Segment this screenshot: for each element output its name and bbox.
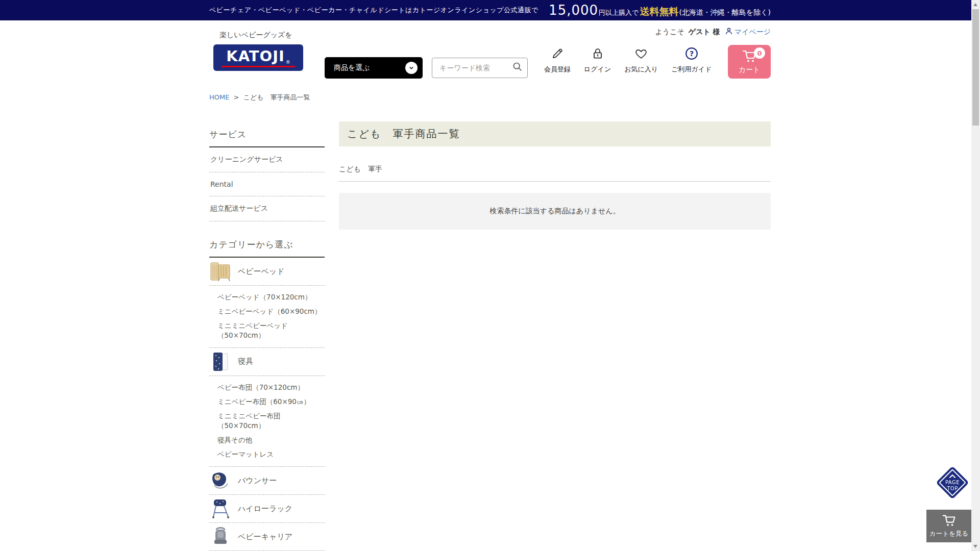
breadcrumb: HOME > こども 軍手商品一覧 xyxy=(209,93,771,102)
page-top-label-1: PAGE xyxy=(945,480,960,486)
free-shipping-banner: 15,000 円以上購入で 送料無料 (北海道・沖縄・離島を除く) xyxy=(549,3,771,18)
sidebar-category-high-low-rack[interactable]: ハイローラック xyxy=(209,495,325,523)
category-label: ベビーキャリア xyxy=(238,532,292,542)
scrollbar-down-arrow[interactable] xyxy=(973,545,977,548)
search-icon[interactable] xyxy=(512,61,523,74)
sidebar: サービス クリーニングサービス Rental 組立配送サービス カテゴリーから選… xyxy=(209,121,325,551)
guide-button[interactable]: ? ご利用ガイド xyxy=(671,47,712,74)
highchair-icon xyxy=(209,497,232,520)
logo-red-underline xyxy=(222,66,295,67)
bedding-subcategories: ベビー布団（70×120cm） ミニベビー布団（60×90㎝） ミニミニベビー布… xyxy=(209,376,325,467)
page-top-label-2: TOP xyxy=(947,486,958,492)
sidebar-item-baby-bed-70x120[interactable]: ベビーベッド（70×120cm） xyxy=(217,290,325,304)
favorites-label: お気に入り xyxy=(624,65,658,74)
login-button[interactable]: ログイン xyxy=(584,47,611,74)
active-filter-label: こども 軍手 xyxy=(339,165,771,182)
person-icon xyxy=(724,27,733,37)
sidebar-item-minimini-baby-bed-50x70[interactable]: ミニミニベビーベッド（50×70cm） xyxy=(217,318,325,342)
breadcrumb-current: こども 軍手商品一覧 xyxy=(243,93,310,101)
shipping-exclusion-note: (北海道・沖縄・離島を除く) xyxy=(679,8,771,17)
search-box xyxy=(432,58,528,78)
login-label: ログイン xyxy=(584,65,611,74)
bouncer-icon xyxy=(209,469,232,492)
cart-count-badge: 0 xyxy=(754,47,765,59)
welcome-row: ようこそ ゲスト 様 マイページ xyxy=(655,27,771,37)
cart-button[interactable]: 0 カート xyxy=(728,45,771,79)
breadcrumb-home-link[interactable]: HOME xyxy=(209,93,229,101)
member-register-label: 会員登録 xyxy=(544,65,571,74)
page-title: こども 軍手商品一覧 xyxy=(339,121,771,146)
guest-name: ゲスト 様 xyxy=(689,28,720,37)
carrier-icon xyxy=(209,525,232,548)
sidebar-item-mini-baby-futon-60x90[interactable]: ミニベビー布団（60×90㎝） xyxy=(217,394,325,409)
sidebar-services-title: サービス xyxy=(209,129,325,147)
pencil-icon xyxy=(551,47,564,62)
service-list: クリーニングサービス Rental 組立配送サービス xyxy=(209,147,325,221)
sidebar-item-cleaning-service[interactable]: クリーニングサービス xyxy=(209,147,325,172)
bedding-icon xyxy=(209,350,232,373)
crib-icon xyxy=(209,260,232,283)
sidebar-item-assembly-delivery[interactable]: 組立配送サービス xyxy=(209,196,325,221)
sidebar-item-baby-mattress[interactable]: ベビーマットレス xyxy=(217,447,325,461)
scrollbar-up-arrow[interactable] xyxy=(973,3,977,6)
guide-label: ご利用ガイド xyxy=(671,65,712,74)
sidebar-category-bouncer[interactable]: バウンサー xyxy=(209,467,325,495)
scrollbar-thumb[interactable] xyxy=(972,9,979,126)
free-shipping-label: 送料無料 xyxy=(640,5,678,18)
tagline: 楽しいベビーグッズを xyxy=(219,31,303,40)
no-results-message: 検索条件に該当する商品はありません。 xyxy=(339,193,771,230)
choose-products-label: 商品を選ぶ xyxy=(334,63,370,72)
sidebar-item-baby-futon-70x120[interactable]: ベビー布団（70×120cm） xyxy=(217,380,325,394)
lock-icon xyxy=(591,47,604,62)
mypage-label: マイページ xyxy=(734,28,771,37)
welcome-text: ようこそ xyxy=(655,28,684,37)
cart-icon xyxy=(941,514,957,529)
baby-bed-subcategories: ベビーベッド（70×120cm） ミニベビーベッド（60×90cm） ミニミニベ… xyxy=(209,286,325,348)
category-label: ベビーベッド xyxy=(238,267,285,277)
announcement-text: ベビーチェア・ベビーベッド・ベビーカー・チャイルドシートはカトージオンラインショ… xyxy=(209,6,538,15)
question-icon: ? xyxy=(685,47,698,62)
logo-text: KATOJI xyxy=(226,49,285,64)
chevron-up-icon xyxy=(949,473,956,480)
favorites-button[interactable]: お気に入り xyxy=(624,47,658,74)
category-label: 寝具 xyxy=(238,357,253,366)
main-content: こども 軍手商品一覧 こども 軍手 検索条件に該当する商品はありません。 xyxy=(339,121,771,230)
member-register-button[interactable]: 会員登録 xyxy=(544,47,571,74)
search-input[interactable] xyxy=(438,63,512,72)
sidebar-category-bedding[interactable]: 寝具 xyxy=(209,348,325,376)
header-icon-nav: 会員登録 ログイン お気に入り ? ご利用ガイド xyxy=(544,47,712,74)
scrollbar[interactable] xyxy=(971,0,980,551)
category-label: ハイローラック xyxy=(238,504,292,514)
site-header: ようこそ ゲスト 様 マイページ 楽しいベビーグッズを KATOJI ® 商品を… xyxy=(0,20,980,88)
shipping-threshold-suffix: 円以上購入で xyxy=(599,8,639,17)
shipping-threshold-amount: 15,000 xyxy=(549,3,598,18)
choose-products-dropdown[interactable]: 商品を選ぶ xyxy=(325,57,423,79)
sidebar-item-mini-baby-bed-60x90[interactable]: ミニベビーベッド（60×90cm） xyxy=(217,304,325,318)
page-top-button[interactable]: PAGE TOP xyxy=(936,466,969,499)
sidebar-category-baby-carrier[interactable]: ベビーキャリア xyxy=(209,523,325,551)
sidebar-category-baby-bed[interactable]: ベビーベッド xyxy=(209,258,325,286)
view-cart-label: カートを見る xyxy=(929,530,968,538)
announcement-bar: ベビーチェア・ベビーベッド・ベビーカー・チャイルドシートはカトージオンラインショ… xyxy=(0,0,980,20)
heart-icon xyxy=(634,47,648,62)
logo-block: 楽しいベビーグッズを KATOJI ® xyxy=(213,31,303,71)
view-cart-button[interactable]: カートを見る xyxy=(926,510,971,542)
sidebar-category-title: カテゴリーから選ぶ xyxy=(209,239,325,258)
cart-label: カート xyxy=(739,65,761,74)
chevron-down-icon xyxy=(405,62,418,74)
sidebar-item-rental[interactable]: Rental xyxy=(209,172,325,196)
katoji-logo[interactable]: KATOJI ® xyxy=(213,44,303,71)
breadcrumb-separator: > xyxy=(234,93,239,101)
mypage-link[interactable]: マイページ xyxy=(724,27,771,37)
logo-registered-mark: ® xyxy=(286,60,290,65)
svg-text:?: ? xyxy=(690,49,694,58)
category-label: バウンサー xyxy=(238,476,277,486)
sidebar-item-minimini-baby-futon-50x70[interactable]: ミニミニベビー布団（50×70cm） xyxy=(217,409,325,432)
sidebar-item-bedding-other[interactable]: 寝具その他 xyxy=(217,433,325,447)
